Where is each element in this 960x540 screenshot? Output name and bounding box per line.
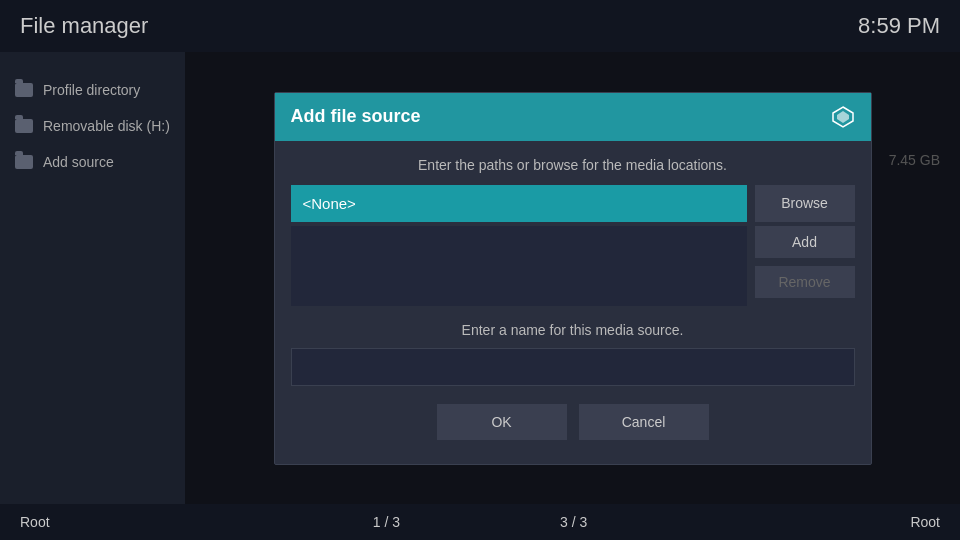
bottom-center: 1 / 3 3 / 3 (373, 514, 588, 530)
sidebar-item-label: Removable disk (H:) (43, 118, 170, 134)
sidebar-item-profile-directory[interactable]: Profile directory (0, 72, 185, 108)
bottom-right-label: Root (910, 514, 940, 530)
bottom-left-label: Root (20, 514, 50, 530)
path-input[interactable]: <None> (291, 185, 747, 222)
add-button[interactable]: Add (755, 226, 855, 258)
name-instruction: Enter a name for this media source. (291, 322, 855, 338)
dialog-overlay: Add file source Enter the paths or brows… (185, 52, 960, 504)
add-file-source-dialog: Add file source Enter the paths or brows… (274, 92, 872, 465)
top-bar: File manager 8:59 PM (0, 0, 960, 52)
svg-marker-1 (837, 111, 849, 123)
kodi-logo-icon (831, 105, 855, 129)
folder-icon (15, 119, 33, 133)
main-area: 7.45 GB Add file source Enter the paths … (185, 52, 960, 504)
sidebar-item-removable-disk[interactable]: Removable disk (H:) (0, 108, 185, 144)
source-name-input[interactable] (291, 348, 855, 386)
dialog-title: Add file source (291, 106, 421, 127)
clock: 8:59 PM (858, 13, 940, 39)
dialog-body: Enter the paths or browse for the media … (275, 141, 871, 464)
dialog-footer: OK Cancel (291, 404, 855, 444)
sidebar-item-label: Profile directory (43, 82, 140, 98)
app-title: File manager (20, 13, 148, 39)
sidebar-item-label: Add source (43, 154, 114, 170)
dialog-header: Add file source (275, 93, 871, 141)
browse-button[interactable]: Browse (755, 185, 855, 222)
sidebar-item-add-source[interactable]: Add source (0, 144, 185, 180)
remove-button[interactable]: Remove (755, 266, 855, 298)
folder-icon (15, 155, 33, 169)
path-area-row: Add Remove (291, 226, 855, 306)
path-list (291, 226, 747, 306)
folder-icon (15, 83, 33, 97)
action-buttons: Add Remove (755, 226, 855, 306)
cancel-button[interactable]: Cancel (579, 404, 709, 440)
ok-button[interactable]: OK (437, 404, 567, 440)
path-input-row: <None> Browse (291, 185, 855, 222)
sidebar: Profile directory Removable disk (H:) Ad… (0, 52, 185, 504)
paths-instruction: Enter the paths or browse for the media … (291, 157, 855, 173)
pagination-left: 1 / 3 (373, 514, 400, 530)
bottom-bar: Root 1 / 3 3 / 3 Root (0, 504, 960, 540)
pagination-right: 3 / 3 (560, 514, 587, 530)
